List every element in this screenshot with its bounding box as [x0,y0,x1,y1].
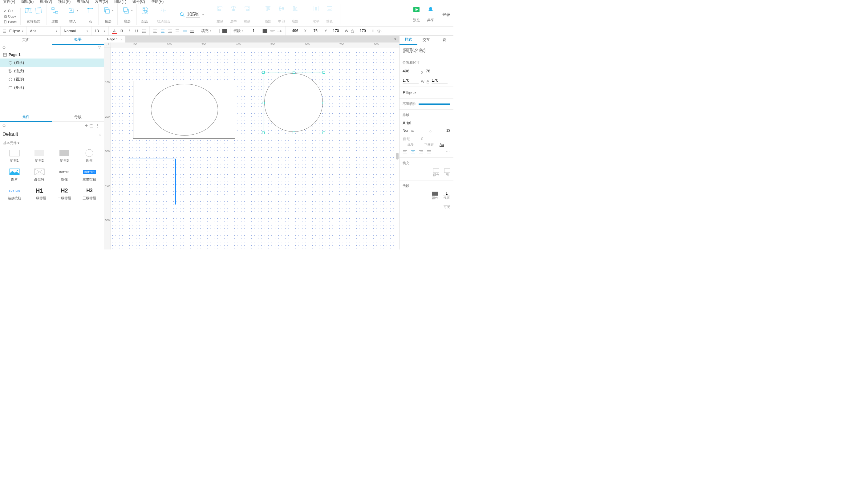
line-spacing-input[interactable] [403,136,418,142]
align-left-text-icon[interactable] [153,29,158,34]
insp-font[interactable]: Arial [403,120,411,125]
valign-mid-icon[interactable] [182,29,187,34]
lib-folder-icon[interactable] [90,124,93,128]
select-intersect-icon[interactable] [24,6,33,15]
underline-icon[interactable]: U [134,29,139,34]
outline-item-3[interactable]: (矩形) [0,84,104,92]
point-icon[interactable] [86,6,95,15]
shape-type-select[interactable]: Ellipse▾ [0,27,27,35]
paste-button[interactable]: Paste [2,20,18,24]
login-link[interactable]: 登录 [442,12,450,18]
outline-item-1[interactable]: (连接) [0,67,104,75]
insert-icon[interactable]: + [67,6,75,15]
ta-center[interactable] [411,149,415,154]
char-spacing-input[interactable] [421,136,437,142]
bold-icon[interactable]: B [119,29,124,34]
menu-publish[interactable]: 发布(O) [95,0,108,4]
ta-right[interactable] [418,149,424,154]
opacity-head[interactable]: 不透明性 [403,102,416,106]
outline-search-input[interactable] [6,45,98,50]
w-input[interactable] [329,29,342,33]
ta-justify[interactable] [427,149,432,154]
widget-button[interactable]: BUTTON按钮 [53,166,76,184]
menu-view[interactable]: 视图(V) [40,0,52,4]
cut-button[interactable]: Cut [2,8,18,13]
bullets-icon[interactable] [142,29,146,34]
menu-layout[interactable]: 布局(A) [77,0,89,4]
tab-interact[interactable]: 交互 [417,36,435,44]
x-input[interactable] [289,29,302,33]
align-right-text-icon[interactable] [167,29,173,34]
select-contain-icon[interactable] [34,6,43,15]
more-icon[interactable]: ⋯ [445,149,450,154]
visibility-icon[interactable] [377,30,382,33]
tab-pages[interactable]: 页面 [0,35,52,44]
font-family-select[interactable]: Arial▾ [27,27,61,35]
ruler-horizontal[interactable]: 100 200 300 400 500 600 700 800 [111,42,399,47]
zoom-control[interactable]: 105%▾ [174,4,210,25]
font-weight-select[interactable]: Normal▾ [61,27,91,35]
stroke-width-input[interactable] [247,29,260,33]
menu-edit[interactable]: 编辑(E) [21,0,34,4]
lock-icon[interactable] [427,81,429,84]
menu-help[interactable]: 帮助(H) [151,0,164,4]
page-tab[interactable]: Page 1× [104,36,125,42]
valign-top-icon[interactable] [175,29,180,34]
outline-item-2[interactable]: (圆形) [0,75,104,84]
menu-account[interactable]: 账号(C) [132,0,145,4]
menu-project[interactable]: 项目(P) [58,0,70,4]
outline-item-0[interactable]: (圆形) [0,59,104,67]
copy-button[interactable]: Copy [2,14,18,19]
widget-ellipse[interactable]: 圆形 [78,147,101,165]
tab-notes[interactable]: 说 [436,36,454,44]
text-options[interactable]: Aa [439,142,444,147]
tab-outline[interactable]: 概要 [52,35,104,45]
canvas-viewport[interactable] [111,47,399,250]
add-lib-icon[interactable]: + [83,123,90,128]
group-icon[interactable] [141,6,149,15]
valign-bot-icon[interactable] [190,29,195,34]
stroke-w-input[interactable] [443,191,450,196]
lock-icon[interactable] [351,29,354,33]
tab-widgets[interactable]: 元件 [0,113,52,122]
arrow-style-icon[interactable] [277,29,282,34]
filter-icon[interactable] [98,46,101,50]
insp-x-input[interactable] [403,68,418,74]
scrollbar-thumb[interactable] [396,153,399,160]
fill-image-swatch[interactable] [444,168,450,173]
fill-color-swatch[interactable] [433,168,439,173]
widget-placeholder[interactable]: 占位符 [27,166,51,184]
insp-weight[interactable]: Normal [403,128,414,133]
ruler-vertical[interactable]: 100 200 300 400 500 [104,47,111,250]
insp-y-input[interactable] [426,68,442,74]
text-color-icon[interactable]: A [112,29,117,34]
widget-h2[interactable]: H2二级标题 [53,185,76,202]
widget-rect3[interactable]: 矩形3 [53,147,76,165]
shape-name-field[interactable]: (圆形名称) [403,48,426,53]
widget-primary-button[interactable]: BUTTON主要按钮 [78,166,101,184]
insp-h-input[interactable] [432,77,447,84]
bring-front-icon[interactable] [102,6,111,15]
fill-dark-swatch[interactable] [222,29,227,33]
widget-search-input[interactable] [6,124,83,128]
close-tab-icon[interactable]: × [120,37,122,41]
page-tabs-dropdown[interactable]: ▾ [391,37,399,41]
connector-icon[interactable] [51,6,59,15]
h-input[interactable] [356,29,369,33]
preview-button[interactable]: 预览 [412,4,421,25]
tab-style[interactable]: 样式 [400,36,417,45]
tab-masters[interactable]: 母版 [52,113,104,122]
shape-connector[interactable] [127,158,182,208]
font-size-select[interactable]: 13▾ [91,27,109,35]
widget-h1[interactable]: H1一级标题 [27,185,51,202]
insp-size[interactable]: 13 [446,128,450,133]
lib-menu-icon[interactable]: ⋮ [93,123,101,128]
visibility-toggle[interactable]: 可见 [403,204,450,209]
widget-rect1[interactable]: 矩形1 [2,147,26,165]
widget-rect2[interactable]: 矩形2 [27,147,51,165]
ruler-corner[interactable] [104,42,111,47]
outline-page[interactable]: Page 1 [0,51,104,59]
menu-team[interactable]: 团队(T) [114,0,126,4]
stroke-color-swatch[interactable] [432,192,438,196]
widget-image[interactable]: 图片 [2,166,26,184]
